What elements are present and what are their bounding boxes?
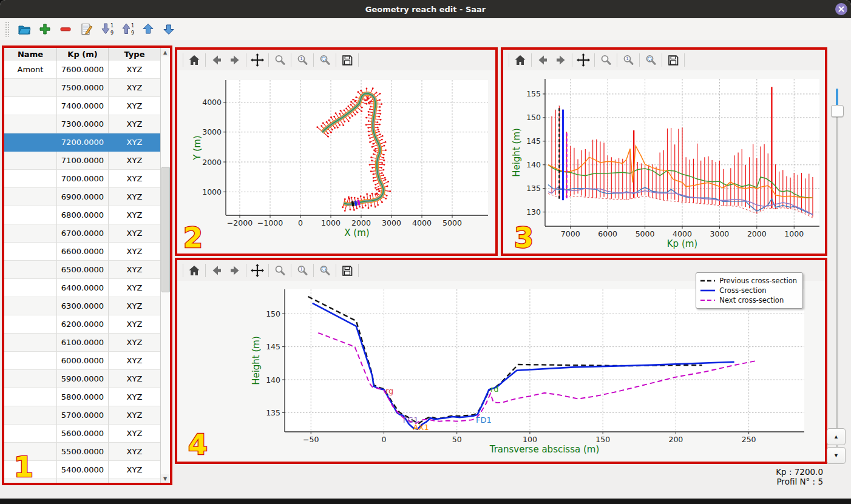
plan-view-plot[interactable]: −2000−1000010002000300040005000100020003… [177,70,495,254]
table-cell-name [4,406,57,425]
pan-icon[interactable] [248,262,266,279]
svg-text:5000: 5000 [636,229,655,238]
table-row[interactable]: 6500.0000XYZ [4,261,161,279]
main-toolbar: 19 19 [0,18,851,41]
scroll-up-icon[interactable]: ▲ [161,48,169,56]
table-row[interactable]: 6300.0000XYZ [4,297,161,315]
table-cell-kp: 5300.0000 [57,479,109,483]
home-icon[interactable] [511,52,529,69]
zoom-region-icon[interactable] [316,262,334,279]
table-cell-type: XYZ [109,97,161,115]
back-icon[interactable] [208,52,226,69]
toolbar-separator [639,53,640,67]
longitudinal-plot[interactable]: 7000600050004000300020001000130135140145… [503,70,825,254]
move-down-icon[interactable] [160,20,178,38]
table-row[interactable]: 6200.0000XYZ [4,315,161,334]
table-row[interactable]: 7300.0000XYZ [4,115,161,133]
table-row[interactable]: 5300.0000XYZ [4,479,161,483]
table-row[interactable]: 5700.0000XYZ [4,406,161,425]
table-cell-name [4,97,57,115]
toolbar-separator [246,53,246,67]
svg-text:130: 130 [526,207,541,217]
next-profile-button[interactable]: ▼ [827,447,846,464]
sort-ascending-icon[interactable]: 19 [98,20,116,38]
save-icon[interactable] [664,52,682,69]
scroll-down-icon[interactable]: ▼ [161,474,169,483]
legend-label: Cross-section [719,286,766,295]
home-icon[interactable] [185,52,203,69]
zoom-region-icon[interactable] [642,52,660,69]
table-row[interactable]: 6100.0000XYZ [4,334,161,352]
sort-descending-icon[interactable]: 19 [118,20,137,38]
save-icon[interactable] [338,262,356,279]
next-line-swatch [700,298,715,302]
remove-icon[interactable] [56,20,75,38]
column-header-name[interactable]: Name [4,48,57,61]
back-icon[interactable] [534,52,552,69]
table-row[interactable]: 6000.0000XYZ [4,352,161,370]
previous-profile-button[interactable]: ▲ [827,428,846,445]
table-row[interactable]: 6900.0000XYZ [4,188,161,206]
table-cell-name [4,315,57,334]
profile-slider-track[interactable] [836,89,838,463]
close-button[interactable] [835,3,847,15]
forward-icon[interactable] [226,262,244,279]
toolbar-separator [246,264,246,277]
zoom-region-icon[interactable] [316,52,334,69]
zoom-one-icon[interactable]: 1 [619,52,637,69]
titlebar[interactable]: Geometry reach edit - Saar [0,0,851,18]
table-row[interactable]: Amont7600.0000XYZ [4,61,161,79]
table-row[interactable]: 7400.0000XYZ [4,97,161,115]
table-row[interactable]: 5900.0000XYZ [4,370,161,388]
add-icon[interactable] [36,20,54,38]
pan-icon[interactable] [248,52,266,69]
toolbar-drag-handle[interactable] [5,21,9,37]
legend-label: Next cross-section [719,296,784,304]
table-cell-kp: 7400.0000 [57,97,109,115]
table-row[interactable]: 5500.0000XYZ [4,443,161,461]
table-cell-type: XYZ [109,406,161,425]
table-cell-kp: 6500.0000 [57,261,109,279]
save-icon[interactable] [338,52,356,69]
edit-icon[interactable] [77,20,95,38]
column-header-type[interactable]: Type [109,48,161,61]
svg-text:5000: 5000 [442,218,462,227]
forward-icon[interactable] [226,52,244,69]
move-up-icon[interactable] [139,20,157,38]
zoom-icon[interactable] [271,262,289,279]
open-icon[interactable] [15,20,33,38]
table-row[interactable]: 7500.0000XYZ [4,79,161,97]
zoom-icon[interactable] [271,52,289,69]
table-row[interactable]: 6600.0000XYZ [4,243,161,261]
zoom-icon[interactable] [597,52,615,69]
table-row[interactable]: 6700.0000XYZ [4,224,161,243]
table-row[interactable]: 7100.0000XYZ [4,152,161,170]
pan-icon[interactable] [574,52,592,69]
table-row[interactable]: 5800.0000XYZ [4,388,161,406]
toolbar-separator [291,53,291,67]
table-row[interactable]: 7200.0000XYZ [4,133,161,152]
forward-icon[interactable] [552,52,570,69]
scrollbar-thumb[interactable] [161,167,170,292]
svg-text:150: 150 [595,435,610,444]
profile-slider-handle[interactable] [831,105,844,117]
table-cell-type: XYZ [109,61,161,79]
zoom-one-icon[interactable]: 1 [293,262,311,279]
home-icon[interactable] [185,262,203,279]
table-row[interactable]: 5400.0000XYZ [4,461,161,479]
table-scrollbar[interactable]: ▲ ▼ [160,48,170,483]
table-row[interactable]: 7000.0000XYZ [4,170,161,188]
column-header-kp[interactable]: Kp (m) [57,48,109,61]
table-cell-type: XYZ [109,206,161,224]
table-cell-type: XYZ [109,425,161,443]
svg-text:200: 200 [668,435,683,444]
table-cell-type: XYZ [109,315,161,334]
table-cell-type: XYZ [109,297,161,315]
table-row[interactable]: 6400.0000XYZ [4,279,161,297]
toolbar-separator [183,264,183,277]
table-row[interactable]: 6800.0000XYZ [4,206,161,224]
toolbar-separator [617,53,617,67]
back-icon[interactable] [208,262,226,279]
zoom-one-icon[interactable]: 1 [293,52,311,69]
table-row[interactable]: 5600.0000XYZ [4,425,161,443]
